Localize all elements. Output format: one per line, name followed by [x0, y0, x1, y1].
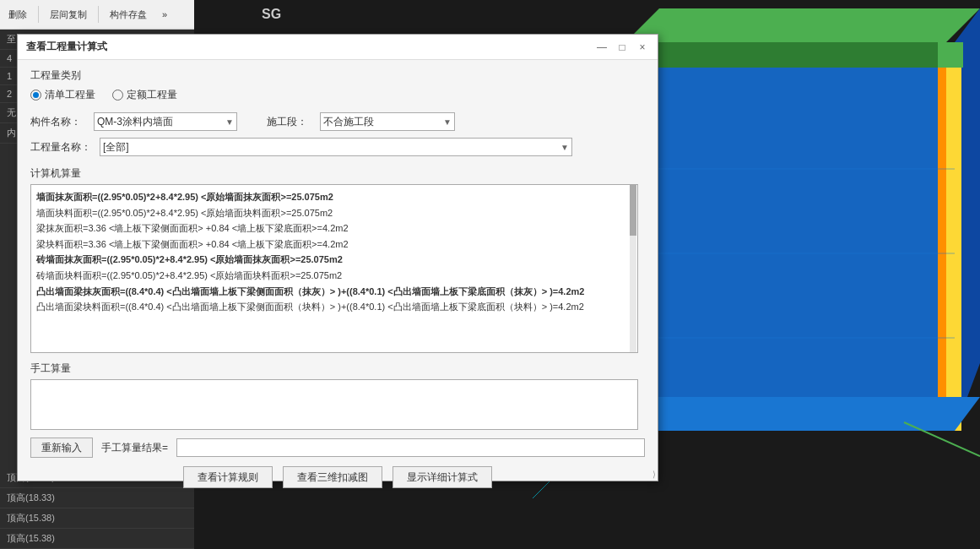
more-btn[interactable]: » — [158, 8, 171, 21]
radio-quota-circle — [112, 90, 123, 101]
show-detail-btn[interactable]: 显示详细计算式 — [393, 466, 492, 488]
computer-calc-header: 计算机算量 — [30, 166, 645, 181]
svg-rect-5 — [946, 42, 961, 431]
toolbar-divider-1 — [38, 6, 39, 23]
bottom-item-4: 顶高(15.38) — [0, 529, 194, 549]
svg-marker-1 — [625, 8, 980, 42]
manual-calc-input[interactable] — [30, 379, 638, 430]
calc-line-3: 梁抹灰面积=3.36 <墙上板下梁侧面面积> +0.84 <墙上板下梁底面积>=… — [36, 221, 632, 236]
dialog-body: 工程量类别 清单工程量 定额工程量 构件名称： QM-3涂料内墙面 ▼ 施工段：… — [18, 60, 658, 497]
calc-scrollbar-thumb[interactable] — [630, 185, 636, 236]
construction-stage-value: 不合施工段 — [323, 115, 374, 129]
quantity-name-label: 工程量名称： — [30, 140, 91, 155]
svg-marker-4 — [625, 42, 946, 68]
construction-stage-arrow: ▼ — [443, 117, 452, 127]
sg-title: SG — [262, 7, 281, 22]
minimize-btn[interactable]: — — [595, 41, 609, 54]
calc-line-6: 砖墙面块料面积=((2.95*0.05)*2+8.4*2.95) <原始墙面块料… — [36, 269, 632, 284]
calc-line-8: 凸出墙面梁块料面积=((8.4*0.4) <凸出墙面墙上板下梁侧面面积（块料）>… — [36, 300, 632, 315]
calc-line-5: 砖墙面抹灰面积=((2.95*0.05)*2+8.4*2.95) <原始墙面抹灰… — [36, 253, 632, 268]
bottom-buttons: 查看计算规则 查看三维扣减图 显示详细计算式 — [30, 466, 645, 488]
calc-rules-btn[interactable]: 查看计算规则 — [183, 466, 273, 488]
maximize-btn[interactable]: □ — [615, 41, 629, 54]
manual-calc-section: 手工算量 重新输入 手工算量结果= — [30, 361, 645, 458]
radio-quota[interactable]: 定额工程量 — [112, 88, 177, 102]
reinput-btn[interactable]: 重新输入 — [30, 438, 93, 458]
quantity-name-arrow: ▼ — [560, 143, 569, 152]
calc-line-7: 凸出墙面梁抹灰面积=((8.4*0.4) <凸出墙面墙上板下梁侧面面积（抹灰）>… — [36, 285, 632, 300]
quantity-name-row: 工程量名称： [全部] ▼ — [30, 138, 645, 156]
component-save-btn[interactable]: 构件存盘 — [106, 7, 151, 23]
toolbar-divider-2 — [98, 6, 99, 23]
svg-rect-6 — [938, 42, 946, 431]
svg-rect-7 — [938, 42, 963, 68]
manual-controls: 重新输入 手工算量结果= — [30, 438, 645, 458]
radio-bill[interactable]: 清单工程量 — [30, 88, 95, 102]
titlebar-controls: — □ × — [595, 41, 649, 54]
toolbar: 删除 层间复制 构件存盘 » — [0, 0, 194, 30]
radio-quota-label: 定额工程量 — [127, 88, 177, 102]
radio-bill-circle — [30, 90, 41, 101]
component-name-arrow: ▼ — [225, 117, 234, 127]
resize-handle[interactable]: ⟩ — [652, 470, 656, 479]
engineering-type-label: 工程量类别 — [30, 68, 645, 83]
dialog-engineering-calc: 查看工程量计算式 — □ × 工程量类别 清单工程量 定额工程量 构件名称： Q… — [17, 34, 658, 481]
view-3d-btn[interactable]: 查看三维扣减图 — [283, 466, 382, 488]
component-name-value: QM-3涂料内墙面 — [97, 115, 173, 129]
quantity-name-value: [全部] — [103, 140, 129, 155]
calc-line-4: 梁块料面积=3.36 <墙上板下梁侧面面积> +0.84 <墙上板下梁底面积>=… — [36, 237, 632, 253]
component-name-label: 构件名称： — [30, 115, 81, 129]
bottom-item-3: 顶高(15.38) — [0, 508, 194, 529]
construction-stage-label: 施工段： — [267, 115, 307, 129]
radio-bill-label: 清单工程量 — [45, 88, 95, 102]
manual-calc-header: 手工算量 — [30, 361, 645, 376]
quantity-name-select[interactable]: [全部] ▼ — [100, 138, 572, 156]
calc-line-2: 墙面块料面积=((2.95*0.05)*2+8.4*2.95) <原始墙面块料面… — [36, 206, 632, 221]
dialog-title: 查看工程量计算式 — [26, 40, 107, 54]
svg-marker-8 — [625, 397, 980, 431]
manual-result-input[interactable] — [176, 438, 645, 457]
dialog-titlebar: 查看工程量计算式 — □ × — [18, 35, 658, 60]
delete-btn[interactable]: 删除 — [4, 7, 31, 23]
close-btn[interactable]: × — [636, 41, 649, 54]
manual-result-label: 手工算量结果= — [101, 441, 168, 455]
component-stage-row: 构件名称： QM-3涂料内墙面 ▼ 施工段： 不合施工段 ▼ — [30, 112, 645, 131]
engineering-type-radio-group: 清单工程量 定额工程量 — [30, 88, 645, 102]
svg-rect-2 — [625, 42, 955, 431]
computer-calc-area: 墙面抹灰面积=((2.95*0.05)*2+8.4*2.95) <原始墙面抹灰面… — [30, 184, 638, 353]
layer-copy-btn[interactable]: 层间复制 — [46, 7, 91, 23]
calc-line-1: 墙面抹灰面积=((2.95*0.05)*2+8.4*2.95) <原始墙面抹灰面… — [36, 190, 632, 205]
component-name-select[interactable]: QM-3涂料内墙面 ▼ — [94, 112, 237, 131]
construction-stage-select[interactable]: 不合施工段 ▼ — [320, 112, 455, 131]
calc-scrollbar-track[interactable] — [630, 185, 636, 352]
